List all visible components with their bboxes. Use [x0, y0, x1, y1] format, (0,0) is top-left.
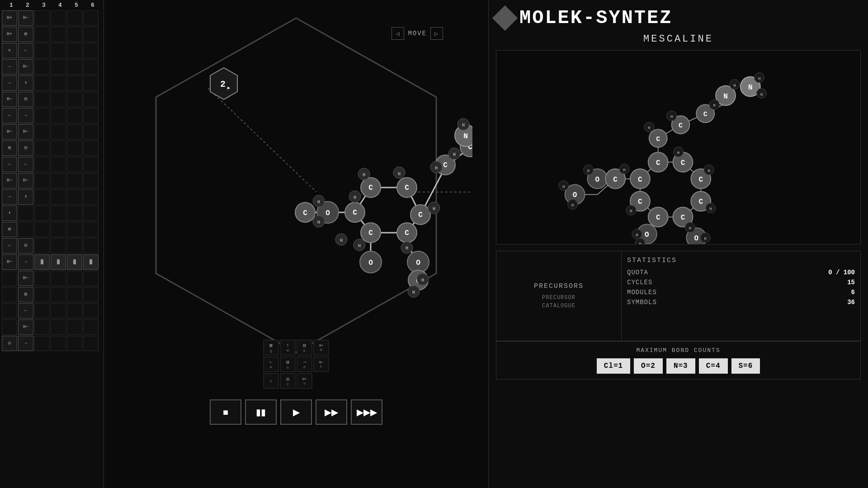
- svg-text:H: H: [689, 226, 691, 231]
- stat-symbols: SYMBOLS 36: [627, 299, 855, 306]
- grid-row-1: H+⊞: [2, 27, 102, 42]
- grid-cell-8-1[interactable]: ⊟: [18, 141, 33, 156]
- grid-cell-7-1[interactable]: H−: [18, 124, 33, 140]
- keyboard-hints: ⊞Q ↑W ⊟E H+R ←A ⊟S →D H−F X ◎C H+V: [264, 340, 329, 389]
- right-panel: MOLEK-SYNTEZ MESCALINE: [488, 0, 868, 488]
- grid-cell-16-5: [83, 271, 99, 286]
- grid-cell-15-4[interactable]: ▓: [67, 254, 82, 270]
- svg-text:C: C: [368, 184, 373, 192]
- grid-cell-0-0[interactable]: H+: [2, 10, 17, 26]
- key-c[interactable]: ◎C: [280, 373, 296, 389]
- grid-cell-4-1[interactable]: ⬆: [18, 75, 33, 91]
- play-button[interactable]: ▶: [280, 399, 312, 425]
- key-v[interactable]: H+V: [297, 373, 312, 389]
- grid-cell-8-0[interactable]: ⊞: [2, 141, 17, 156]
- grid-cell-0-1[interactable]: H−: [18, 10, 33, 26]
- svg-text:H: H: [760, 93, 763, 97]
- grid-cell-16-4: [67, 271, 82, 286]
- grid-row-12: ⬆: [2, 206, 102, 221]
- precursor-catalogue-button[interactable]: PRECURSORCATALOGUE: [542, 294, 576, 310]
- stat-quota: QUOTA 0 / 100: [627, 269, 855, 276]
- grid-cell-16-2: [34, 271, 50, 286]
- playback-controls: ■ ▮▮ ▶ ▶▶ ▶▶▶: [210, 399, 382, 425]
- grid-cell-4-0[interactable]: →: [2, 75, 17, 91]
- grid-cell-15-1[interactable]: →: [18, 254, 33, 270]
- grid-row-11: →⬆: [2, 189, 102, 205]
- grid-cell-1-2: [34, 27, 50, 42]
- grid-cell-12-4: [67, 206, 82, 221]
- grid-cell-6-1[interactable]: →: [18, 108, 33, 123]
- grid-cell-15-2[interactable]: ▓: [34, 254, 50, 270]
- svg-text:H: H: [758, 77, 760, 81]
- svg-text:▸: ▸: [227, 85, 230, 91]
- key-d[interactable]: →D: [297, 357, 312, 372]
- grid-cell-13-0[interactable]: ⊞: [2, 222, 17, 237]
- grid-cell-10-5: [83, 173, 99, 188]
- grid-cell-11-1[interactable]: ⬆: [18, 189, 33, 205]
- key-x[interactable]: X: [264, 373, 279, 389]
- grid-cell-10-0[interactable]: H−: [2, 173, 17, 188]
- stop-button[interactable]: ■: [210, 399, 241, 425]
- center-area: ◁ MOVE ▷: [104, 0, 488, 488]
- grid-cell-3-0[interactable]: →: [2, 59, 17, 75]
- grid-cell-14-0[interactable]: ←: [2, 238, 17, 253]
- grid-cell-0-3: [51, 10, 66, 26]
- svg-text:O: O: [368, 259, 373, 267]
- grid-cell-18-5: [83, 303, 99, 319]
- grid-cell-17-5: [83, 287, 99, 302]
- grid-cell-5-0[interactable]: H−: [2, 92, 17, 107]
- grid-cell-18-3: [51, 303, 66, 319]
- grid-cell-11-0[interactable]: →: [2, 189, 17, 205]
- molecule-preview-svg: O O O O C C C C C C C C C: [496, 51, 860, 244]
- grid-cell-7-0[interactable]: H−: [2, 124, 17, 140]
- key-a[interactable]: ←A: [264, 357, 279, 372]
- grid-row-9: ←←: [2, 157, 102, 172]
- skip-button[interactable]: ▶▶▶: [351, 399, 382, 425]
- svg-text:O: O: [645, 231, 649, 239]
- grid-cell-9-0[interactable]: ←: [2, 157, 17, 172]
- grid-cell-6-3: [51, 108, 66, 123]
- key-s[interactable]: ⊟S: [280, 357, 296, 372]
- grid-cell-10-1[interactable]: H−: [18, 173, 33, 188]
- grid-cell-20-1[interactable]: →: [18, 336, 33, 351]
- grid-cell-13-4: [67, 222, 82, 237]
- pause-button[interactable]: ▮▮: [245, 399, 277, 425]
- grid-cell-16-1[interactable]: H−: [18, 271, 33, 286]
- grid-cell-9-1[interactable]: ←: [18, 157, 33, 172]
- svg-text:C: C: [656, 136, 660, 143]
- svg-text:H: H: [462, 123, 465, 128]
- svg-line-1: [208, 88, 316, 192]
- grid-cell-15-5[interactable]: ▓: [83, 254, 99, 270]
- grid-cell-2-3: [51, 43, 66, 58]
- svg-text:C: C: [405, 229, 409, 237]
- grid-row-8: ⊞⊟: [2, 141, 102, 156]
- key-e[interactable]: ⊟E: [297, 340, 312, 355]
- svg-text:H: H: [421, 278, 424, 283]
- key-f[interactable]: H−F: [314, 357, 329, 372]
- grid-cell-20-0[interactable]: ◎: [2, 336, 17, 351]
- fast-forward-button[interactable]: ▶▶: [316, 399, 347, 425]
- grid-cell-12-0[interactable]: ⬆: [2, 206, 17, 221]
- key-w[interactable]: ↑W: [280, 340, 296, 355]
- grid-cell-2-0[interactable]: ✕: [2, 43, 17, 58]
- grid-cell-5-1[interactable]: ⊟: [18, 92, 33, 107]
- grid-cell-2-1[interactable]: ←: [18, 43, 33, 58]
- grid-row-0: H+H−: [2, 10, 102, 26]
- grid-cell-3-4: [67, 59, 82, 75]
- svg-text:C: C: [443, 161, 448, 169]
- grid-cell-15-0[interactable]: H−: [2, 254, 17, 270]
- grid-cell-15-3[interactable]: ▓: [51, 254, 66, 270]
- grid-cell-17-1[interactable]: ⊞: [18, 287, 33, 302]
- svg-text:H: H: [733, 84, 736, 88]
- grid-cell-14-1[interactable]: ⊟: [18, 238, 33, 253]
- grid-cell-6-0[interactable]: ←: [2, 108, 17, 123]
- key-q[interactable]: ⊞Q: [264, 340, 279, 355]
- grid-cell-3-1[interactable]: H−: [18, 59, 33, 75]
- svg-text:C: C: [681, 214, 685, 222]
- app-logo: [492, 5, 518, 31]
- grid-cell-19-1[interactable]: H−: [18, 319, 33, 335]
- grid-cell-1-1[interactable]: ⊞: [18, 27, 33, 42]
- key-r[interactable]: H+R: [314, 340, 329, 355]
- grid-cell-1-0[interactable]: H+: [2, 27, 17, 42]
- grid-cell-18-1[interactable]: ←: [18, 303, 33, 319]
